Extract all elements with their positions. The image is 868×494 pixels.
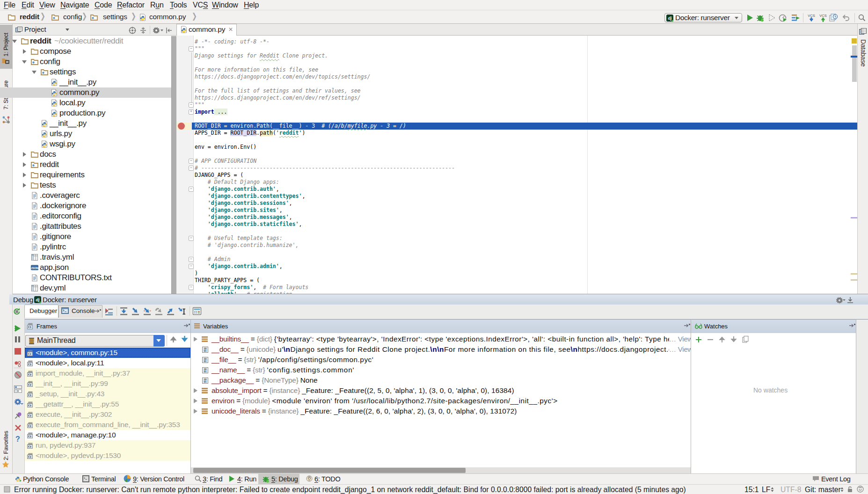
- svg-text:01: 01: [204, 381, 207, 383]
- svg-text:dj: dj: [668, 16, 672, 21]
- svg-text:01: 01: [204, 370, 207, 373]
- svg-text:01: 01: [204, 360, 207, 363]
- svg-text:01: 01: [204, 350, 207, 352]
- svg-text:dj: dj: [36, 298, 40, 302]
- svg-text:VCS: VCS: [819, 14, 826, 18]
- svg-text:VCS: VCS: [808, 14, 815, 18]
